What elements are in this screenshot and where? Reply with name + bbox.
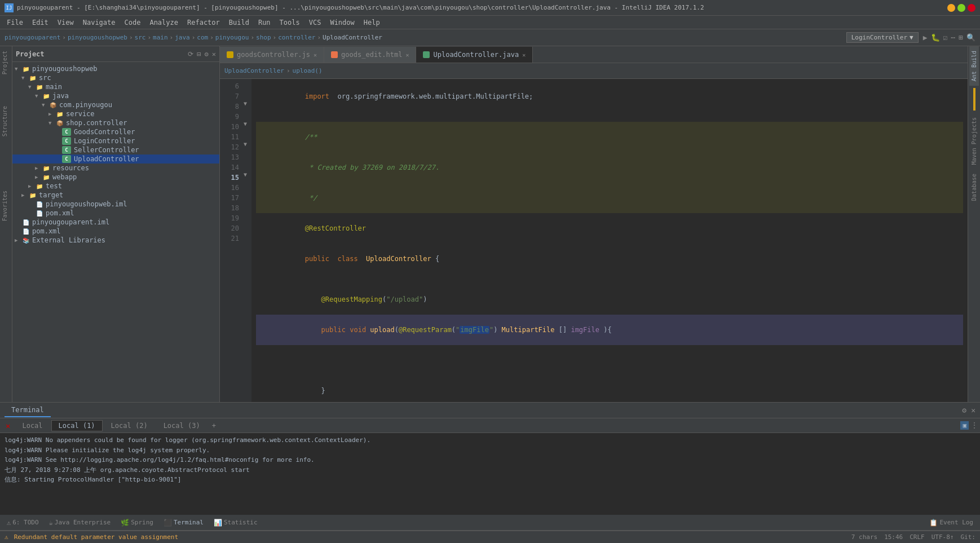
tree-item-test[interactable]: ▶ 📁 test — [12, 182, 219, 191]
tree-item-login-controller[interactable]: C LoginController — [12, 136, 219, 145]
tree-label: service — [66, 110, 95, 118]
tab-close-icon[interactable]: ✕ — [405, 52, 409, 58]
sidebar-project-tab[interactable]: Project — [0, 46, 12, 79]
warning-text: Redundant default parameter value assign… — [14, 533, 178, 541]
sidebar-favorites-tab[interactable]: Favorites — [0, 186, 12, 226]
menu-item-vcs[interactable]: VCS — [304, 17, 326, 28]
tree-item-pinyougoushopweb[interactable]: ▼ 📁 pinyougoushopweb — [12, 64, 219, 73]
settings-bottom-icon[interactable]: ⚙ — [962, 406, 966, 414]
run-icon[interactable]: ▶ — [923, 33, 928, 42]
menu-item-file[interactable]: File — [2, 17, 28, 28]
tree-item-src[interactable]: ▼ 📁 src — [12, 73, 219, 82]
code-content[interactable]: import org.springframework.web.multipart… — [251, 79, 968, 402]
menu-item-tools[interactable]: Tools — [275, 17, 304, 28]
tree-item-pom1[interactable]: 📄 pom.xml — [12, 209, 219, 218]
tab-close-icon[interactable]: ✕ — [314, 52, 317, 58]
terminal-tab[interactable]: Terminal — [5, 404, 51, 417]
search-nav-icon[interactable]: 🔍 — [966, 33, 975, 42]
maven-projects-tab[interactable]: Maven Projects — [969, 113, 979, 169]
fold-icon[interactable]: ▼ — [244, 100, 247, 107]
fold-icon[interactable]: ▼ — [244, 171, 247, 178]
menu-item-window[interactable]: Window — [325, 17, 359, 28]
add-terminal-icon[interactable]: + — [209, 421, 219, 431]
database-tab[interactable]: Database — [969, 169, 979, 205]
tab-goods-edit-html[interactable]: goods_edit.html ✕ — [324, 47, 416, 63]
tree-item-main[interactable]: ▼ 📁 main — [12, 82, 219, 91]
coverage-icon[interactable]: ☑ — [943, 33, 948, 42]
breadcrumb-main[interactable]: main — [153, 34, 168, 41]
terminal-error-icon[interactable]: ✕ — [2, 420, 14, 431]
tree-item-iml1[interactable]: 📄 pinyougoushopweb.iml — [12, 200, 219, 209]
todo-toolbar-item[interactable]: ⚠ 6: TODO — [2, 518, 43, 528]
tree-item-parent-iml[interactable]: 📄 pinyougouparent.iml — [12, 218, 219, 227]
breadcrumb-pinyougoushopweb[interactable]: pinyougoushopweb — [68, 34, 127, 41]
hide-bottom-icon[interactable]: ✕ — [971, 406, 975, 414]
tree-item-java[interactable]: ▼ 📁 java — [12, 91, 219, 100]
sidebar-structure-tab[interactable]: Structure — [0, 101, 12, 141]
menu-item-view[interactable]: View — [53, 17, 78, 28]
collapse-all-icon[interactable]: ⊟ — [197, 50, 201, 58]
terminal-toolbar-item[interactable]: ⬛ Terminal — [159, 518, 208, 528]
fold-icon[interactable]: ▼ — [244, 121, 247, 127]
tree-item-goods-controller[interactable]: C GoodsController — [12, 127, 219, 136]
tab-goodscontrollerjs[interactable]: goodsController.js ✕ — [220, 47, 324, 63]
statistic-toolbar-item[interactable]: 📊 Statistic — [209, 518, 262, 528]
terminal-action-icon[interactable]: ▣ — [960, 421, 969, 430]
fold-icon[interactable]: ▼ — [244, 141, 247, 147]
java-enterprise-toolbar-item[interactable]: ☕ Java Enterprise — [45, 518, 116, 528]
window-title: pinyougouparent - [E:\shanghai34\pinyoug… — [17, 4, 947, 11]
tab-uploadcontroller-java[interactable]: UploadController.java ✕ — [416, 47, 533, 63]
tree-item-service[interactable]: ▶ 📁 service — [12, 109, 219, 118]
spring-toolbar-item[interactable]: 🌿 Spring — [116, 518, 158, 528]
menu-item-navigate[interactable]: Navigate — [78, 17, 120, 28]
event-log-toolbar-item[interactable]: 📋 Event Log — [925, 518, 978, 528]
tree-item-pom-root[interactable]: 📄 pom.xml — [12, 227, 219, 236]
breadcrumb-pinyougouparent[interactable]: pinyougouparent — [5, 34, 60, 41]
tree-item-target[interactable]: ▶ 📁 target — [12, 191, 219, 200]
tree-label: src — [39, 74, 51, 82]
terminal-dots-icon[interactable]: ⋮ — [971, 421, 978, 430]
menu-item-code[interactable]: Code — [120, 17, 145, 28]
menu-item-run[interactable]: Run — [254, 17, 275, 28]
local-2-tab[interactable]: Local (2) — [104, 420, 155, 431]
local-1-tab[interactable]: Local (1) — [51, 420, 103, 431]
tree-item-external-libs[interactable]: ▶ 📚 External Libraries — [12, 236, 219, 245]
struct-item-uploadcontroller[interactable]: UploadController — [224, 67, 284, 74]
tree-item-seller-controller[interactable]: C SellerController — [12, 145, 219, 154]
grid-icon[interactable]: ⊞ — [959, 33, 963, 42]
sync-icon[interactable]: ⟳ — [188, 50, 193, 58]
local-3-tab[interactable]: Local (3) — [156, 420, 208, 431]
menu-item-analyze[interactable]: Analyze — [145, 17, 183, 28]
debug-icon[interactable]: 🐛 — [931, 33, 940, 42]
line-num: 17 — [223, 193, 239, 203]
tree-item-shop-controller[interactable]: ▼ 📦 shop.controller — [12, 118, 219, 127]
tree-item-com-pinyougou[interactable]: ▼ 📦 com.pinyougou — [12, 100, 219, 109]
breadcrumb-pinyougou[interactable]: pinyougou — [215, 34, 249, 41]
close-button[interactable] — [968, 4, 975, 12]
tree-item-upload-controller[interactable]: C UploadController — [12, 154, 219, 164]
more-icon[interactable]: ⋯ — [951, 33, 955, 42]
tree-item-webapp[interactable]: ▶ 📁 webapp — [12, 173, 219, 182]
settings-icon[interactable]: ⚙ — [205, 50, 209, 58]
breadcrumb-shop[interactable]: shop — [256, 34, 271, 41]
menu-item-refactor[interactable]: Refactor — [183, 17, 224, 28]
minimize-button[interactable] — [947, 4, 955, 12]
tree-item-resources[interactable]: ▶ 📁 resources — [12, 164, 219, 173]
local-tab[interactable]: Local — [15, 420, 50, 431]
breadcrumb-src[interactable]: src — [135, 34, 146, 41]
tree-label: com.pinyougou — [59, 101, 112, 109]
breadcrumb-com[interactable]: com — [197, 34, 208, 41]
breadcrumb-java[interactable]: java — [175, 34, 190, 41]
struct-item-upload[interactable]: upload() — [293, 67, 323, 74]
ant-build-tab[interactable]: Ant Build — [969, 46, 979, 86]
hide-icon[interactable]: ✕ — [212, 50, 216, 58]
login-controller-dropdown[interactable]: LoginController ▼ — [846, 32, 919, 43]
menu-item-edit[interactable]: Edit — [28, 17, 53, 28]
menu-item-build[interactable]: Build — [224, 17, 254, 28]
breadcrumb-controller[interactable]: controller — [278, 34, 315, 41]
maximize-button[interactable] — [957, 4, 965, 12]
service-folder-icon: 📁 — [55, 110, 64, 118]
menu-item-help[interactable]: Help — [359, 17, 385, 28]
code-line-7 — [256, 112, 963, 122]
tab-close-icon[interactable]: ✕ — [522, 52, 526, 58]
